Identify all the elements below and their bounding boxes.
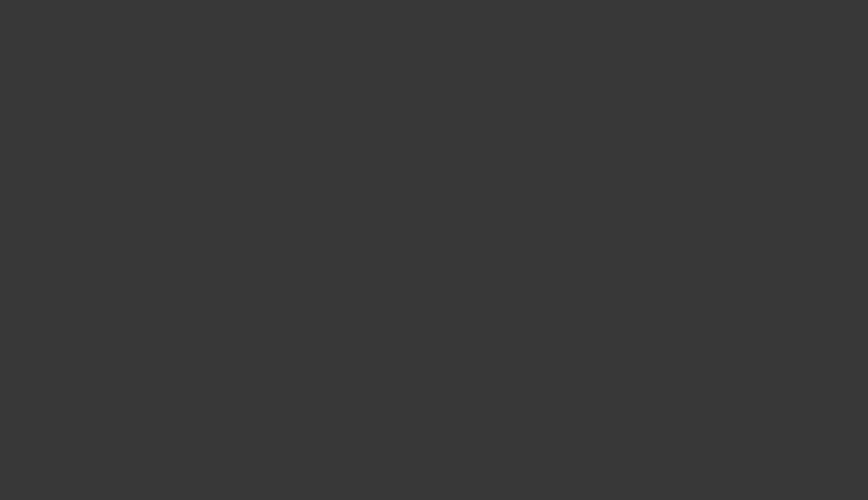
houdini-window [0,0,868,500]
